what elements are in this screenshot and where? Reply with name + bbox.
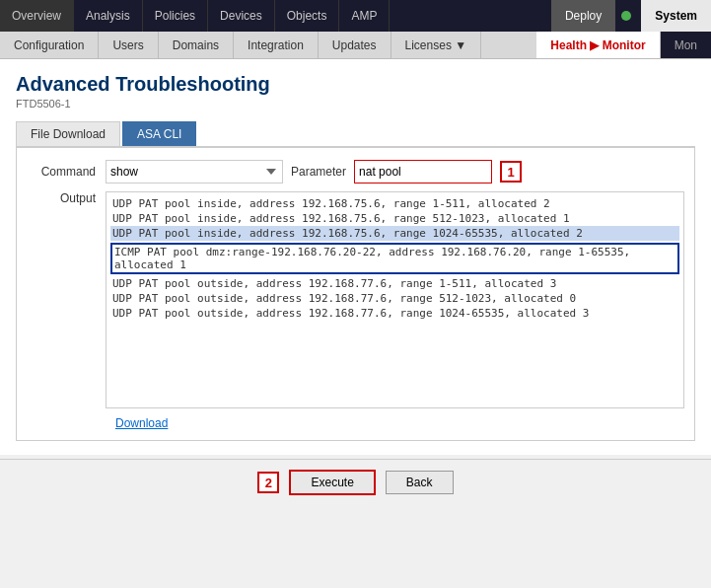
param-label: Parameter [291, 165, 346, 179]
status-dot [621, 11, 631, 21]
download-link[interactable]: Download [115, 416, 168, 430]
page-title: Advanced Troubleshooting [16, 73, 695, 96]
page-subtitle: FTD5506-1 [16, 98, 695, 110]
nav-objects[interactable]: Objects [275, 0, 340, 32]
form-section: Command show Parameter 1 Output UDP PAT … [16, 147, 695, 441]
deploy-button[interactable]: Deploy [551, 0, 615, 32]
subnav-configuration[interactable]: Configuration [0, 32, 99, 58]
subnav-health-monitor[interactable]: Health ▶ Monitor [536, 32, 660, 58]
subnav-users[interactable]: Users [99, 32, 158, 58]
param-input[interactable] [354, 160, 492, 184]
output-line: UDP PAT pool inside, address 192.168.75.… [110, 211, 679, 226]
output-line-selected: UDP PAT pool inside, address 192.168.75.… [110, 226, 679, 241]
sub-nav: Configuration Users Domains Integration … [0, 32, 711, 59]
tab-asa-cli[interactable]: ASA CLI [122, 121, 196, 146]
subnav-domains[interactable]: Domains [159, 32, 234, 58]
step1-badge: 1 [500, 161, 522, 183]
command-row: Command show Parameter 1 [27, 160, 684, 184]
output-line-highlighted: ICMP PAT pool dmz:range-192.168.76.20-22… [110, 243, 679, 274]
command-label: Command [27, 165, 106, 179]
output-line: UDP PAT pool outside, address 192.168.77… [110, 276, 679, 291]
tab-file-download[interactable]: File Download [16, 121, 120, 146]
tab-bar: File Download ASA CLI [16, 121, 695, 147]
nav-policies[interactable]: Policies [143, 0, 208, 32]
step2-badge: 2 [257, 472, 279, 493]
command-select[interactable]: show [106, 160, 283, 184]
execute-button[interactable]: Execute [289, 470, 375, 495]
top-nav: Overview Analysis Policies Devices Objec… [0, 0, 711, 32]
nav-overview[interactable]: Overview [0, 0, 74, 32]
page-content: Advanced Troubleshooting FTD5506-1 File … [0, 59, 711, 455]
subnav-integration[interactable]: Integration [234, 32, 319, 58]
nav-analysis[interactable]: Analysis [74, 0, 143, 32]
deploy-status [615, 0, 641, 32]
nav-devices[interactable]: Devices [208, 0, 275, 32]
system-button[interactable]: System [641, 0, 711, 32]
bottom-bar: 2 Execute Back [0, 459, 711, 505]
output-line: UDP PAT pool inside, address 192.168.75.… [110, 196, 679, 211]
output-row: Output UDP PAT pool inside, address 192.… [27, 191, 684, 408]
output-area[interactable]: UDP PAT pool inside, address 192.168.75.… [106, 191, 684, 408]
back-button[interactable]: Back [386, 471, 454, 494]
subnav-licenses[interactable]: Licenses ▼ [391, 32, 482, 58]
subnav-mon[interactable]: Mon [661, 32, 711, 58]
output-line: UDP PAT pool outside, address 192.168.77… [110, 291, 679, 306]
subnav-updates[interactable]: Updates [319, 32, 391, 58]
output-label: Output [27, 191, 106, 205]
nav-amp[interactable]: AMP [339, 0, 390, 32]
output-line: UDP PAT pool outside, address 192.168.77… [110, 306, 679, 321]
